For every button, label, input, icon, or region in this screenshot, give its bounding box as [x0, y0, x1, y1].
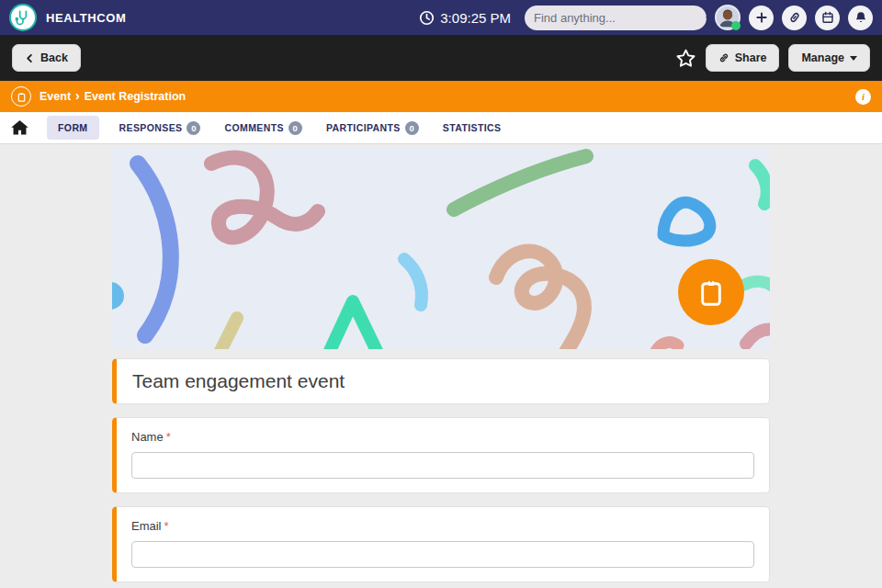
search-icon[interactable]: [705, 6, 707, 30]
tab-form[interactable]: FORM: [47, 116, 99, 140]
clock-icon: [419, 10, 435, 26]
required-asterisk: *: [166, 430, 171, 444]
name-label: Name: [131, 430, 164, 444]
email-label: Email: [131, 519, 162, 533]
info-icon[interactable]: i: [855, 89, 871, 105]
notifications-bell-button[interactable]: [848, 6, 873, 30]
share-label: Share: [735, 51, 767, 64]
search-input[interactable]: [525, 11, 705, 25]
tab-participants-label: PARTICIPANTS: [326, 122, 401, 133]
online-status-dot: [731, 21, 741, 30]
tab-comments-label: COMMENTS: [224, 122, 283, 133]
back-label: Back: [40, 51, 68, 64]
tab-statistics-label: STATISTICS: [443, 122, 502, 133]
share-button[interactable]: Share: [706, 44, 780, 72]
responses-count-badge: 0: [187, 121, 200, 135]
field-label: Email*: [131, 519, 754, 533]
participants-count-badge: 0: [405, 121, 419, 135]
brand-name: HEALTHCOM: [46, 11, 126, 25]
calendar-button[interactable]: [815, 6, 840, 30]
comments-count-badge: 0: [288, 121, 302, 135]
healthcom-logo-icon[interactable]: [9, 4, 37, 31]
breadcrumb-page: Event Registration: [85, 90, 186, 103]
breadcrumb-section[interactable]: Event: [40, 90, 71, 103]
form-title-card: Team engagement event: [112, 358, 770, 404]
manage-label: Manage: [801, 51, 844, 64]
current-time: 3:09:25 PM: [440, 10, 511, 26]
tab-statistics[interactable]: STATISTICS: [439, 116, 505, 140]
required-asterisk: *: [164, 519, 169, 533]
manage-button[interactable]: Manage: [788, 44, 870, 72]
user-avatar[interactable]: [715, 5, 741, 30]
link-button[interactable]: [782, 6, 807, 30]
clipboard-icon: [11, 86, 31, 107]
tab-responses-label: RESPONSES: [119, 122, 183, 133]
tab-form-label: FORM: [58, 122, 88, 133]
global-search: [525, 6, 707, 30]
tab-bar: FORM RESPONSES 0 COMMENTS 0 PARTICIPANTS…: [0, 112, 882, 144]
name-input[interactable]: [131, 452, 754, 479]
action-bar: Back Share Manage: [0, 35, 882, 81]
form-clipboard-fab[interactable]: [678, 259, 744, 325]
field-card-name: Name*: [112, 417, 770, 493]
clock-display: 3:09:25 PM: [419, 10, 511, 26]
breadcrumb: Event › Event Registration: [40, 89, 186, 104]
breadcrumb-bar: Event › Event Registration i: [0, 81, 882, 112]
tab-participants[interactable]: PARTICIPANTS 0: [322, 115, 423, 141]
caret-down-icon: [850, 56, 857, 61]
home-icon[interactable]: [11, 120, 28, 136]
form-page-content: Team engagement event Name* Email* Organ…: [0, 144, 882, 588]
chevron-right-icon: ›: [75, 88, 80, 103]
form-title: Team engagement event: [132, 370, 345, 392]
field-label: Name*: [131, 430, 754, 444]
favorite-star-icon[interactable]: [675, 48, 696, 69]
back-button[interactable]: Back: [12, 44, 81, 72]
add-button[interactable]: [749, 6, 774, 30]
tab-responses[interactable]: RESPONSES 0: [116, 115, 205, 141]
form-banner-image: [112, 147, 770, 349]
top-navbar: HEALTHCOM 3:09:25 PM: [0, 0, 882, 35]
field-card-email: Email*: [112, 506, 770, 582]
email-input[interactable]: [131, 541, 754, 568]
tab-comments[interactable]: COMMENTS 0: [220, 115, 305, 141]
